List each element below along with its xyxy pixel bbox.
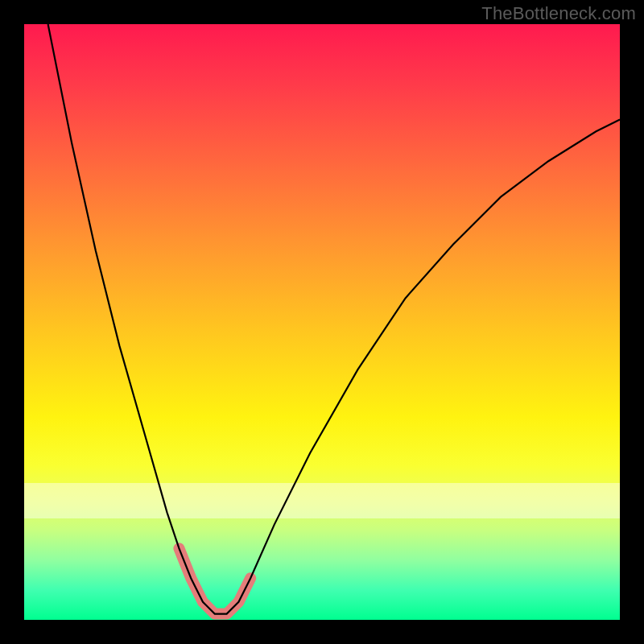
chart-frame: TheBottleneck.com	[0, 0, 644, 644]
highlight-segment	[179, 548, 250, 613]
curve-layer	[24, 24, 620, 620]
watermark-text: TheBottleneck.com	[481, 3, 636, 24]
bottleneck-curve	[48, 24, 620, 614]
plot-area	[24, 24, 620, 620]
